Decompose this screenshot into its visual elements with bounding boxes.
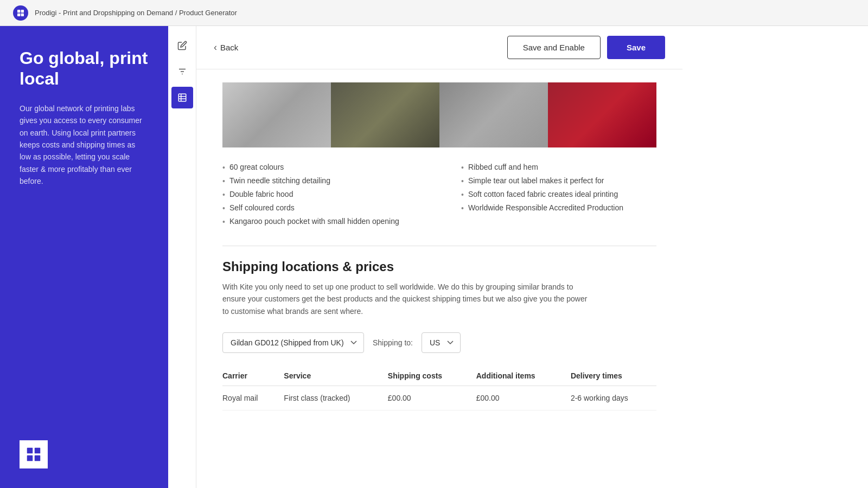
fabric-image-2 — [331, 82, 439, 147]
app-logo — [13, 5, 28, 21]
table-header: Delivery times — [564, 366, 656, 386]
svg-rect-7 — [35, 455, 41, 461]
nav-list[interactable] — [171, 87, 193, 108]
table-header: Additional items — [470, 366, 564, 386]
feature-item: Double fabric hood — [222, 188, 418, 201]
icon-nav — [168, 26, 196, 488]
svg-rect-5 — [35, 448, 41, 454]
table-cell: £00.00 — [381, 386, 470, 410]
scroll-area: 60 great coloursTwin needle stitching de… — [196, 69, 682, 488]
fabric-images — [222, 82, 656, 147]
back-button[interactable]: ‹ Back — [214, 42, 238, 53]
table-header: Carrier — [222, 366, 277, 386]
destination-dropdown[interactable]: US — [422, 332, 461, 353]
fabric-image-4 — [548, 82, 656, 147]
svg-rect-4 — [27, 448, 33, 454]
feature-item: 60 great colours — [222, 160, 418, 174]
feature-item: Kangaroo pouch pocket with small hidden … — [222, 215, 418, 228]
features-right: Ribbed cuff and hemSimple tear out label… — [461, 160, 656, 228]
nav-edit[interactable] — [171, 35, 193, 56]
table-header: Shipping costs — [381, 366, 470, 386]
svg-rect-1 — [21, 10, 24, 12]
feature-item: Twin needle stitching detailing — [222, 174, 418, 188]
feature-item: Self coloured cords — [222, 201, 418, 215]
table-cell: Royal mail — [222, 386, 277, 410]
feature-item: Worldwide Responsible Accredited Product… — [461, 201, 656, 215]
svg-rect-0 — [17, 10, 20, 12]
action-bar: ‹ Back Save and Enable Save — [196, 26, 682, 69]
svg-rect-6 — [27, 455, 33, 461]
table-row: Royal mailFirst class (tracked)£00.00£00… — [222, 386, 656, 410]
shipping-controls: Gildan GD012 (Shipped from UK) Shipping … — [222, 332, 656, 353]
svg-rect-3 — [21, 13, 24, 16]
main-content: ‹ Back Save and Enable Save 60 great col… — [196, 26, 682, 488]
shipping-title: Shipping locations & prices — [222, 259, 656, 274]
table-cell: 2-6 working days — [564, 386, 656, 410]
section-divider — [222, 246, 656, 246]
supplier-dropdown[interactable]: Gildan GD012 (Shipped from UK) — [222, 332, 364, 353]
nav-filters[interactable] — [171, 61, 193, 82]
action-buttons: Save and Enable Save — [507, 36, 665, 59]
table-cell: £00.00 — [470, 386, 564, 410]
back-label: Back — [220, 43, 238, 52]
feature-item: Simple tear out label makes it perfect f… — [461, 174, 656, 188]
sidebar-title: Go global, print local — [20, 48, 149, 89]
chevron-left-icon: ‹ — [214, 42, 217, 53]
shipping-to-label: Shipping to: — [373, 338, 413, 347]
feature-item: Ribbed cuff and hem — [461, 160, 656, 174]
svg-rect-2 — [17, 13, 20, 16]
features-section: 60 great coloursTwin needle stitching de… — [222, 160, 656, 228]
save-enable-button[interactable]: Save and Enable — [507, 36, 601, 59]
table-cell: First class (tracked) — [277, 386, 381, 410]
shipping-section: Shipping locations & prices With Kite yo… — [222, 259, 656, 410]
sidebar-description: Our global network of printing labs give… — [20, 102, 149, 188]
svg-rect-11 — [178, 94, 186, 101]
shipping-table: CarrierServiceShipping costsAdditional i… — [222, 366, 656, 410]
save-button[interactable]: Save — [607, 36, 665, 59]
fabric-image-3 — [439, 82, 548, 147]
features-left: 60 great coloursTwin needle stitching de… — [222, 160, 418, 228]
feature-item: Soft cotton faced fabric creates ideal p… — [461, 188, 656, 201]
page-title: Prodigi - Print and Dropshipping on Dema… — [35, 9, 237, 17]
shipping-description: With Kite you only need to set up one pr… — [222, 281, 591, 317]
fabric-image-1 — [222, 82, 331, 147]
sidebar: Go global, print local Our global networ… — [0, 26, 168, 488]
sidebar-logo — [20, 440, 48, 468]
table-header: Service — [277, 366, 381, 386]
